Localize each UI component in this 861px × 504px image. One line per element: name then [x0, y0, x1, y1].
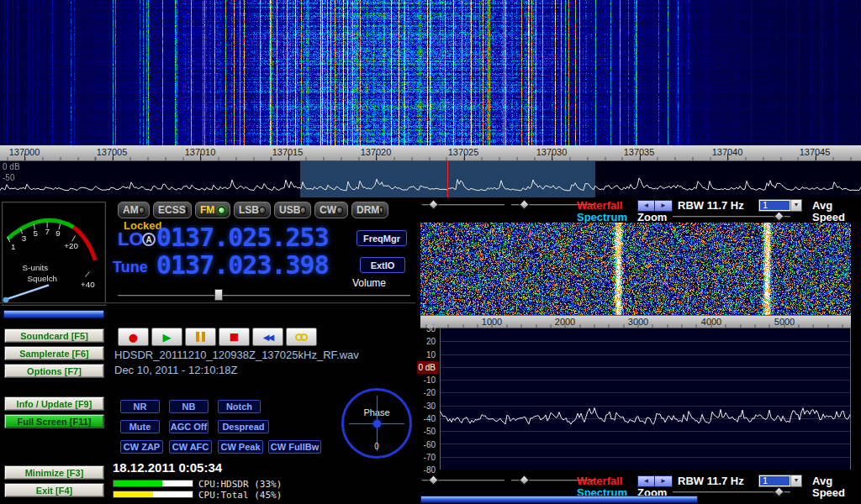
- stop-button[interactable]: ■: [219, 328, 250, 346]
- avg-select[interactable]: 1 ▼: [758, 199, 802, 212]
- mode-led: [336, 207, 343, 214]
- main-spectrum-display[interactable]: 0 dB -50: [0, 161, 861, 197]
- waterfall-speed-slider[interactable]: [420, 496, 698, 503]
- exit-button[interactable]: Exit [F4]: [4, 483, 104, 497]
- mode-led: [300, 207, 306, 214]
- tune-frequency-display[interactable]: 0137.023.398: [156, 253, 329, 278]
- chevron-down-icon[interactable]: ▼: [790, 475, 801, 486]
- cw-afc-button[interactable]: CW AFC: [169, 440, 212, 454]
- cw-peak-button[interactable]: CW Peak: [218, 440, 263, 454]
- svg-text:Squelch: Squelch: [28, 274, 58, 283]
- mute-button[interactable]: Mute: [120, 420, 160, 433]
- agc-off-button[interactable]: AGC Off: [169, 420, 209, 433]
- lo-label: LO: [118, 228, 144, 250]
- waterfall-label[interactable]: Waterfall: [577, 199, 622, 212]
- notch-button[interactable]: Notch: [218, 400, 261, 413]
- mode-button-fm[interactable]: FM: [195, 202, 230, 218]
- speed-label: Speed: [812, 211, 845, 223]
- recording-filename: HDSDR_20111210_120938Z_137025kHz_RF.wav: [114, 349, 359, 361]
- spectrum-label[interactable]: Spectrum: [577, 211, 627, 223]
- info-update-button[interactable]: Info / Update [F9]: [4, 396, 104, 411]
- af-frequency-scale[interactable]: 1000 2000 3000 4000 5000: [420, 315, 851, 328]
- zoom-slider-thumb[interactable]: [774, 486, 784, 497]
- lo-lock-badge[interactable]: A: [142, 233, 156, 246]
- options-button[interactable]: Options [F7]: [4, 364, 104, 378]
- mode-button-drm[interactable]: DRM: [351, 202, 388, 218]
- mode-label: CW: [320, 204, 336, 216]
- waterfall-label[interactable]: Waterfall: [577, 475, 622, 487]
- hdsdr-window: 137000 137005 137010 137015 137020 13702…: [0, 0, 861, 504]
- display-controls-top: Waterfall ◄ ► RBW 11.7 Hz 1 ▼ Avg Spectr…: [419, 198, 861, 223]
- frequency-scale[interactable]: 137000 137005 137010 137015 137020 13702…: [0, 145, 861, 161]
- cpu-hdsdr-label: CPU:HDSDR (33%): [198, 479, 282, 490]
- zoom-slider-thumb[interactable]: [774, 211, 784, 222]
- contrast-slider-thumb[interactable]: [519, 475, 530, 486]
- nr-button[interactable]: NR: [120, 400, 160, 413]
- spin-right-icon[interactable]: ►: [655, 476, 672, 486]
- cw-fullbw-button[interactable]: CW FullBw: [268, 440, 321, 454]
- brightness-slider-thumb[interactable]: [428, 199, 439, 210]
- chevron-down-icon[interactable]: ▼: [790, 200, 801, 211]
- af-spectrum-display[interactable]: [440, 328, 851, 470]
- nb-button[interactable]: NB: [169, 400, 209, 413]
- af-waterfall-display[interactable]: [420, 223, 851, 315]
- af-tick-label: 2000: [555, 317, 575, 327]
- db-tick: -20: [417, 386, 439, 399]
- extio-button[interactable]: ExtIO: [360, 257, 405, 273]
- rbw-label: RBW 11.7 Hz: [678, 475, 744, 487]
- lo-frequency-display[interactable]: 0137.025.253: [156, 225, 329, 250]
- mode-button-lsb[interactable]: LSB: [234, 202, 271, 218]
- spin-left-icon[interactable]: ◄: [638, 201, 655, 211]
- contrast-slider-thumb[interactable]: [519, 199, 530, 210]
- brightness-slider-thumb[interactable]: [428, 475, 439, 486]
- pause-button[interactable]: [185, 328, 216, 346]
- mode-led: [379, 207, 383, 214]
- spin-right-icon[interactable]: ►: [655, 201, 672, 211]
- loop-icon: [295, 333, 308, 341]
- squelch-slider[interactable]: [3, 310, 104, 318]
- mode-led: [259, 207, 266, 214]
- fullscreen-button[interactable]: Full Screen [F11]: [4, 414, 104, 428]
- soundcard-button[interactable]: Soundcard [F5]: [4, 328, 104, 343]
- phase-dot: [373, 420, 381, 428]
- stop-icon: ■: [230, 332, 239, 343]
- db-tick-zero: 0 dB: [417, 361, 439, 374]
- mode-button-am[interactable]: AM: [118, 202, 150, 218]
- volume-slider-thumb[interactable]: [214, 289, 223, 301]
- svg-text:3: 3: [22, 234, 27, 243]
- s-meter[interactable]: 1 3 5 7 9 +20 +40 S-units Squelch: [2, 202, 106, 306]
- rbw-spinner[interactable]: ◄ ►: [637, 475, 673, 487]
- record-button[interactable]: ●: [118, 328, 149, 346]
- cpu-total-label: CPU:Total (45%): [198, 490, 282, 501]
- mode-button-ecss[interactable]: ECSS: [153, 202, 192, 218]
- spin-left-icon[interactable]: ◄: [638, 476, 655, 486]
- freqmgr-button[interactable]: FreqMgr: [357, 230, 407, 246]
- mode-led: [186, 207, 188, 214]
- svg-text:1: 1: [11, 242, 15, 251]
- db-tick: -10: [417, 374, 439, 386]
- recording-filedate: Dec 10, 2011 - 12:10:18Z: [114, 364, 237, 376]
- db-tick: 30: [417, 323, 439, 335]
- minimize-button[interactable]: Minimize [F3]: [4, 465, 104, 480]
- play-button[interactable]: ▶: [151, 328, 182, 346]
- svg-text:5: 5: [34, 228, 39, 238]
- volume-slider-track[interactable]: [118, 295, 410, 297]
- freq-tick-label: 137030: [536, 147, 568, 157]
- svg-text:7: 7: [45, 227, 49, 236]
- avg-select[interactable]: 1 ▼: [758, 475, 802, 487]
- samplerate-button[interactable]: Samplerate [F6]: [4, 346, 104, 360]
- freq-tick-label: 137015: [272, 147, 304, 157]
- mode-button-usb[interactable]: USB: [274, 202, 311, 218]
- loop-button[interactable]: [286, 328, 317, 346]
- rewind-button[interactable]: ◀◀: [252, 328, 283, 346]
- avg-select-value: 1: [760, 476, 790, 486]
- despread-button[interactable]: Despread: [218, 420, 269, 433]
- mode-label: AM: [123, 204, 139, 216]
- cw-zap-button[interactable]: CW ZAP: [120, 440, 163, 454]
- mode-label: LSB: [239, 204, 259, 216]
- main-waterfall-display[interactable]: [0, 0, 861, 145]
- freq-tick-label: 137025: [448, 147, 479, 157]
- rbw-spinner[interactable]: ◄ ►: [637, 200, 673, 212]
- svg-text:+20: +20: [64, 241, 78, 250]
- mode-button-cw[interactable]: CW: [314, 202, 348, 218]
